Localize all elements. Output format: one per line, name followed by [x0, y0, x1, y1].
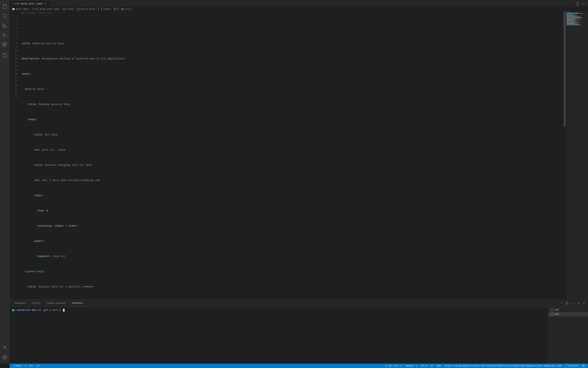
- editor-context-label: get-schema--schema.json: [20, 12, 52, 14]
- panel-tab-debug-console[interactable]: DEBUG CONSOLE: [44, 300, 69, 307]
- code-line-15: expect:: [22, 239, 588, 243]
- status-errors-item[interactable]: ✖ 0: [28, 364, 34, 368]
- tab-close-button[interactable]: ×: [44, 2, 47, 5]
- panel-close-button[interactable]: ×: [582, 301, 586, 306]
- panel-tab-problems[interactable]: PROBLEMS: [11, 300, 29, 307]
- terminal-instance-zsh-1[interactable]: ⊡ zsh: [548, 308, 588, 312]
- breadcrumb: 📁 pest-spec > ! cli-help.pest.yaml > {} …: [9, 7, 588, 11]
- status-sync-item[interactable]: ↻: [23, 364, 28, 368]
- svg-point-3: [3, 24, 4, 25]
- activity-bar-run-debug[interactable]: [0, 30, 9, 40]
- breadcrumb-field-icon: ▣: [122, 8, 123, 11]
- status-prettier-label: Prettier: [568, 365, 579, 367]
- code-line-7: steps:: [22, 118, 588, 121]
- breadcrumb-parse-help[interactable]: {} parse-help: [77, 8, 95, 11]
- status-spaces-item[interactable]: Spaces: 2: [404, 364, 419, 368]
- tab-label: cli-help.pest.yaml: [15, 2, 43, 5]
- breadcrumb-sep-4: >: [96, 8, 97, 11]
- breadcrumb-pest-spec[interactable]: 📁 pest-spec: [12, 8, 29, 11]
- activity-bar-search[interactable]: [0, 11, 9, 21]
- main-container: ! cli-help.pest.yaml × 📁 pest-spec > !: [9, 0, 588, 368]
- panel-tab-terminal[interactable]: TERMINAL: [69, 300, 87, 307]
- svg-point-11: [4, 357, 5, 358]
- breadcrumb-cases[interactable]: {} cases: [63, 8, 74, 11]
- line-num-17: 17: [9, 76, 18, 80]
- panel-collapse-button[interactable]: ∧: [576, 301, 581, 306]
- activity-bar-test[interactable]: [0, 50, 9, 60]
- breadcrumb-cases-label: cases: [67, 8, 74, 11]
- status-branch-item[interactable]: ⎇ main: [11, 364, 23, 368]
- breadcrumb-cli-help-file[interactable]: ! cli-help.pest.yaml: [32, 8, 60, 11]
- split-editor-button[interactable]: [574, 1, 580, 6]
- code-editor[interactable]: --- title: baldrick-doc-ts help descript…: [20, 15, 588, 300]
- activity-bar-settings[interactable]: [0, 352, 9, 362]
- code-line-10: - title: Discard changing info for help: [22, 163, 588, 167]
- terminal-instance-label-1: zsh: [555, 308, 559, 311]
- more-actions-button[interactable]: [581, 1, 586, 6]
- status-warnings-item[interactable]: ⚠ 0: [34, 364, 41, 368]
- status-encoding-item[interactable]: UTF-8: [419, 364, 429, 368]
- panel-tab-terminal-label: TERMINAL: [72, 302, 83, 304]
- svg-point-0: [3, 14, 6, 17]
- status-language-item[interactable]: YAML: [435, 364, 443, 368]
- breadcrumb-sep-6: >: [119, 8, 121, 11]
- status-url-item[interactable]: https://raw.githubusercontent.com/flareb…: [443, 364, 563, 368]
- breadcrumb-zero-label: 0: [117, 8, 119, 11]
- tab-cli-help[interactable]: ! cli-help.pest.yaml ×: [9, 0, 50, 7]
- activity-bar-account[interactable]: [0, 343, 9, 352]
- breadcrumb-title-label: title: [124, 8, 131, 11]
- line-num-13: 13: [9, 61, 18, 64]
- editor-scroll[interactable]: 1 2 3 4 5 6 7 8 9 10 11 12 13 14 15 16 1…: [9, 15, 588, 300]
- breadcrumb-steps[interactable]: [ ] steps: [98, 8, 110, 11]
- svg-rect-9: [3, 45, 5, 47]
- panel-tabs: PROBLEMS OUTPUT DEBUG CONSOLE TERMINAL +…: [9, 300, 588, 307]
- terminal-instances-panel: ⊡ zsh ⊡ zsh: [548, 307, 588, 364]
- minimap: [566, 11, 588, 300]
- svg-point-4: [3, 26, 4, 28]
- panel-tab-output[interactable]: OUTPUT: [29, 300, 44, 307]
- line-num-19: 19: [9, 83, 18, 87]
- status-position-item[interactable]: Ln 32, Col 17: [383, 364, 404, 368]
- line-num-7: 7: [9, 38, 18, 42]
- line-num-1: 1: [9, 15, 18, 19]
- line-num-9: 9: [9, 46, 18, 49]
- breadcrumb-sep-5: >: [111, 8, 113, 11]
- line-num-20: 20: [9, 87, 18, 91]
- pest-icon: !: [12, 2, 13, 5]
- code-line-17: typedoc-help:: [22, 270, 588, 273]
- panel-tab-output-label: OUTPUT: [32, 302, 41, 304]
- editor-scroll-thumb[interactable]: [564, 11, 566, 127]
- breadcrumb-braces-icon-3: {}: [113, 8, 116, 11]
- line-num-6: 6: [9, 34, 18, 38]
- code-line-8: - title: Run help: [22, 133, 588, 137]
- panel-more-button[interactable]: ···: [570, 301, 575, 306]
- line-num-15: 15: [9, 68, 18, 72]
- activity-bar-source-control[interactable]: [0, 21, 9, 30]
- breadcrumb-title[interactable]: ▣ title: [122, 8, 131, 11]
- status-line-ending-label: LF: [430, 365, 433, 367]
- breadcrumb-braces-icon-1: {}: [63, 8, 66, 11]
- status-bar: ⎇ main ↻ ✖ 0 ⚠ 0 Ln 32, Col 17 Spaces: 2: [9, 364, 588, 368]
- activity-bar-extensions[interactable]: [0, 40, 9, 50]
- breadcrumb-zero[interactable]: {} 0: [113, 8, 119, 11]
- panel-split-button[interactable]: [565, 301, 570, 306]
- terminal-content[interactable]: ➜ baldrick-doc-ts git:(main): [9, 307, 548, 364]
- svg-line-1: [6, 17, 7, 18]
- panel-add-terminal-button[interactable]: +: [559, 301, 564, 306]
- editor-scrollbar[interactable]: [563, 11, 566, 300]
- terminal-status-circle: [12, 309, 14, 311]
- status-bar-right: Ln 32, Col 17 Spaces: 2 UTF-8 LF YAML ht…: [383, 364, 586, 368]
- status-line-ending-item[interactable]: LF: [429, 364, 435, 368]
- status-notifications-item[interactable]: [580, 364, 586, 368]
- status-warning-icon: ⚠: [36, 365, 37, 367]
- terminal-instance-icon-2: ⊡: [551, 313, 553, 316]
- terminal-instance-label-2: zsh: [555, 313, 559, 316]
- terminal-instance-zsh-2[interactable]: ⊡ zsh: [548, 312, 588, 316]
- code-line-5: general-help:: [22, 87, 588, 91]
- line-num-2: 2: [9, 19, 18, 23]
- tab-bar: ! cli-help.pest.yaml ×: [9, 0, 588, 7]
- svg-rect-8: [5, 43, 7, 45]
- activity-bar-explorer[interactable]: [0, 2, 9, 11]
- code-line-2: title: baldrick-doc-ts help: [22, 42, 588, 46]
- status-prettier-item[interactable]: Prettier: [563, 364, 580, 368]
